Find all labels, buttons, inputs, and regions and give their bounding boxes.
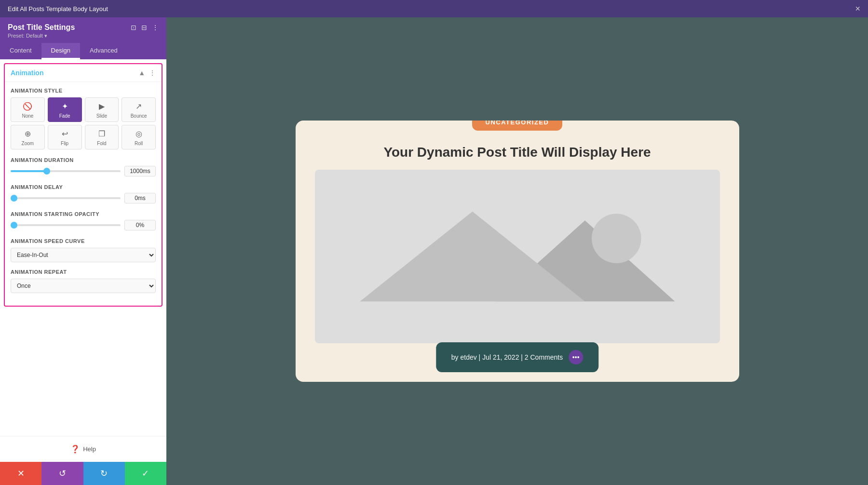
duration-fill [11, 170, 47, 172]
speed-curve-row: Animation Speed Curve Ease-In-Out Linear… [11, 238, 156, 262]
panel-title: Post Title Settings [8, 23, 75, 32]
fold-icon: ❐ [96, 128, 107, 139]
dots-icon: ••• [572, 353, 580, 361]
duration-label: Animation Duration [11, 157, 156, 163]
anim-flip-label: Flip [61, 141, 68, 146]
topbar-title: Edit All Posts Template Body Layout [8, 5, 108, 13]
opacity-value[interactable] [124, 220, 156, 230]
top-bar: Edit All Posts Template Body Layout × [0, 0, 868, 17]
delay-label: Animation Delay [11, 184, 156, 190]
section-header-icons: ▲ ⋮ [138, 69, 156, 77]
anim-zoom-label: Zoom [22, 141, 34, 146]
repeat-select[interactable]: Once Loop Infinite [11, 279, 156, 293]
placeholder-svg [315, 170, 720, 343]
footer-dots-button[interactable]: ••• [569, 350, 583, 364]
preview-content: Your Dynamic Post Title Will Display Her… [296, 121, 739, 353]
section-body: Animation Style 🚫 None ✦ Fade ▶ Slide [5, 82, 162, 306]
category-badge: UNCATEGORIZED [472, 121, 563, 131]
main-area: UNCATEGORIZED Your Dynamic Post Title Wi… [166, 17, 868, 485]
animation-section-title: Animation [11, 69, 43, 77]
columns-icon[interactable]: ⊟ [141, 24, 147, 31]
opacity-slider-row [11, 220, 156, 230]
flip-icon: ↩ [59, 128, 70, 139]
anim-bounce[interactable]: ↗ Bounce [122, 97, 156, 122]
repeat-row: Animation Repeat Once Loop Infinite [11, 269, 156, 293]
duration-slider-row [11, 166, 156, 176]
collapse-icon[interactable]: ▲ [138, 69, 145, 77]
anim-fade-label: Fade [59, 113, 70, 119]
anim-fold-label: Fold [97, 141, 106, 146]
speed-curve-label: Animation Speed Curve [11, 238, 156, 244]
help-icon: ❓ [70, 445, 80, 454]
panel-header: Post Title Settings ⊡ ⊟ ⋮ Preset: Defaul… [0, 17, 166, 43]
repeat-label: Animation Repeat [11, 269, 156, 275]
footer-text: by etdev | Jul 21, 2022 | 2 Comments [451, 353, 563, 361]
duration-row: Animation Duration [11, 157, 156, 176]
none-icon: 🚫 [22, 101, 33, 111]
tab-advanced[interactable]: Advanced [80, 43, 127, 59]
panel-content: Animation ▲ ⋮ Animation Style 🚫 None [0, 59, 166, 436]
post-title: Your Dynamic Post Title Will Display Her… [315, 145, 720, 160]
duration-value[interactable] [124, 166, 156, 176]
bounce-icon: ↗ [134, 101, 144, 111]
panel-title-icons: ⊡ ⊟ ⋮ [131, 24, 159, 31]
delay-thumb[interactable] [11, 195, 17, 202]
help-button[interactable]: ❓ Help [0, 445, 166, 454]
help-label: Help [83, 445, 96, 453]
main-layout: Post Title Settings ⊡ ⊟ ⋮ Preset: Defaul… [0, 17, 868, 485]
redo-button[interactable]: ↻ [83, 462, 125, 485]
tab-content[interactable]: Content [0, 43, 41, 59]
bottom-bar: ❓ Help [0, 436, 166, 462]
reset-button[interactable]: ↺ [41, 462, 83, 485]
anim-fold[interactable]: ❐ Fold [85, 125, 119, 149]
cancel-button[interactable]: ✕ [0, 462, 41, 485]
responsive-icon[interactable]: ⊡ [131, 24, 136, 31]
opacity-thumb[interactable] [11, 222, 17, 229]
animation-style-grid: 🚫 None ✦ Fade ▶ Slide ↗ [11, 97, 156, 149]
anim-zoom[interactable]: ⊕ Zoom [11, 125, 45, 149]
panel-title-row: Post Title Settings ⊡ ⊟ ⋮ [8, 23, 159, 32]
speed-curve-select[interactable]: Ease-In-Out Linear Ease-In Ease-Out Boun… [11, 248, 156, 262]
zoom-icon: ⊕ [22, 128, 33, 139]
svg-point-3 [592, 214, 641, 263]
anim-slide-label: Slide [96, 113, 107, 119]
placeholder-image [315, 170, 720, 343]
opacity-slider[interactable] [11, 224, 121, 226]
animation-style-label: Animation Style [11, 88, 156, 94]
save-icon: ✓ [142, 468, 149, 479]
redo-icon: ↻ [100, 468, 108, 479]
left-panel: Post Title Settings ⊡ ⊟ ⋮ Preset: Defaul… [0, 17, 166, 485]
tab-bar: Content Design Advanced [0, 43, 166, 59]
opacity-row: Animation Starting Opacity [11, 211, 156, 230]
duration-thumb[interactable] [43, 168, 50, 175]
section-header: Animation ▲ ⋮ [5, 64, 162, 82]
anim-bounce-label: Bounce [131, 113, 147, 119]
opacity-label: Animation Starting Opacity [11, 211, 156, 217]
save-button[interactable]: ✓ [125, 462, 166, 485]
action-bar: ✕ ↺ ↻ ✓ [0, 462, 166, 485]
anim-none-label: None [22, 113, 33, 119]
anim-slide[interactable]: ▶ Slide [85, 97, 119, 122]
fade-icon: ✦ [59, 101, 70, 111]
reset-icon: ↺ [59, 468, 66, 479]
anim-none[interactable]: 🚫 None [11, 97, 45, 122]
preset-label[interactable]: Preset: Default [8, 33, 159, 39]
duration-slider[interactable] [11, 170, 121, 172]
animation-section: Animation ▲ ⋮ Animation Style 🚫 None [4, 63, 163, 307]
more-icon[interactable]: ⋮ [152, 24, 159, 31]
cancel-icon: ✕ [17, 468, 25, 479]
anim-roll[interactable]: ◎ Roll [122, 125, 156, 149]
section-more-icon[interactable]: ⋮ [149, 69, 156, 77]
delay-slider[interactable] [11, 197, 121, 199]
delay-row: Animation Delay [11, 184, 156, 203]
anim-flip[interactable]: ↩ Flip [48, 125, 82, 149]
post-footer: by etdev | Jul 21, 2022 | 2 Comments ••• [436, 342, 598, 372]
anim-fade[interactable]: ✦ Fade [48, 97, 82, 122]
tab-design[interactable]: Design [41, 43, 80, 59]
close-icon[interactable]: × [855, 4, 860, 14]
delay-slider-row [11, 193, 156, 203]
roll-icon: ◎ [134, 128, 144, 139]
delay-value[interactable] [124, 193, 156, 203]
preview-card: UNCATEGORIZED Your Dynamic Post Title Wi… [296, 121, 739, 382]
anim-roll-label: Roll [135, 141, 143, 146]
